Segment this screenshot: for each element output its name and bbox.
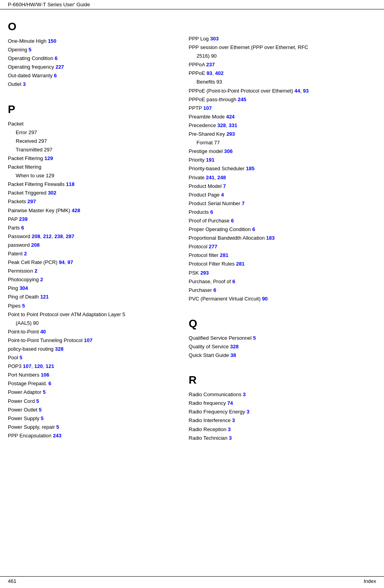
list-item: Parts 6 <box>8 224 177 232</box>
list-item: Qualified Service Personnel 5 <box>189 334 376 342</box>
list-item: Photocopying 2 <box>8 275 177 284</box>
list-item: Pre-Shared Key 293 <box>189 130 376 138</box>
list-item: Protocol 277 <box>189 242 376 251</box>
list-item: Packet Filtering Firewalls 118 <box>8 180 177 189</box>
list-item: Password 208, 212, 238, 287 <box>8 232 177 241</box>
list-item: Benefits 93 <box>189 78 376 86</box>
list-item: Format 77 <box>189 138 376 147</box>
list-item: Proportional Bandwidth Allocation 183 <box>189 234 376 242</box>
list-item: Protocol Filter Rules 281 <box>189 260 376 268</box>
content-area: O One-Minute High 150 Opening 5 Operatin… <box>0 9 384 458</box>
list-item: Power Cord 5 <box>8 397 177 406</box>
list-item: Packets 297 <box>8 197 177 206</box>
list-item: PAP 239 <box>8 215 177 224</box>
list-item: Opening 5 <box>8 46 177 54</box>
footer-page: 461 <box>8 578 16 584</box>
list-item: PPP Encapsulation 243 <box>8 431 177 440</box>
list-item: Point to Point Protocol over ATM Adaptat… <box>8 310 177 319</box>
list-item: PPPoE pass-through 245 <box>189 95 376 104</box>
list-item: Operating Condition 6 <box>8 54 177 63</box>
page-footer: 461 Index <box>0 576 384 584</box>
list-item: PPP session over Ethernet (PPP over Ethe… <box>189 43 376 52</box>
list-item: Radio frequency 74 <box>189 399 376 408</box>
list-item: PVC (Permanent Virtual Circuit) 90 <box>189 295 376 303</box>
list-item: policy-based routing 328 <box>8 345 177 353</box>
list-item: Product Model 7 <box>189 182 376 191</box>
list-item: Pipes 5 <box>8 302 177 310</box>
section-r-letter: R <box>189 374 376 386</box>
list-item: PPPoE (Point-to-Point Protocol over Ethe… <box>189 87 376 95</box>
list-item: Radio Reception 3 <box>189 425 376 434</box>
list-item: Purchaser 6 <box>189 286 376 295</box>
list-item: Permission 2 <box>8 267 177 275</box>
header-title: P-660H/HW/W-T Series User' Guide <box>8 2 90 7</box>
list-item: Protocol filter 281 <box>189 251 376 260</box>
list-item: POP3 107, 120, 121 <box>8 362 177 371</box>
list-item: Transmitted 297 <box>8 146 177 154</box>
list-item: Postage Prepaid. 6 <box>8 379 177 388</box>
section-p-letter: P <box>8 103 177 116</box>
list-item: 2516) 90 <box>189 52 376 60</box>
list-item: Radio Communications 3 <box>189 390 376 399</box>
list-item: Proof of Purchase 6 <box>189 217 376 225</box>
list-item: PPPoE 93, 402 <box>189 69 376 78</box>
list-item: PSK 293 <box>189 269 376 277</box>
list-item: Ping 304 <box>8 284 177 293</box>
list-item: password 208 <box>8 241 177 249</box>
list-item: Pairwise Master Key (PMK) 428 <box>8 206 177 215</box>
section-q-letter: Q <box>189 317 376 330</box>
list-item: Quick Start Guide 38 <box>189 351 376 360</box>
list-item: Power Supply, repair 5 <box>8 423 177 431</box>
list-item: Product Page 4 <box>189 191 376 199</box>
list-item: Purchase, Proof of 6 <box>189 277 376 286</box>
list-item: Proper Operating Condition 6 <box>189 225 376 234</box>
list-item: Point-to-Point 40 <box>8 328 177 336</box>
list-item: Out-dated Warranty 6 <box>8 71 177 80</box>
list-item: Pool 5 <box>8 353 177 362</box>
list-item: Outlet 3 <box>8 80 177 89</box>
list-item: Preamble Mode 424 <box>189 113 376 121</box>
list-item: Power Outlet 5 <box>8 406 177 414</box>
list-item: Quality of Service 328 <box>189 342 376 351</box>
list-item: Ping of Death 121 <box>8 293 177 301</box>
list-item: Operating frequency 227 <box>8 63 177 71</box>
right-column: PPP Log 303 PPP session over Ethernet (P… <box>185 13 376 442</box>
list-item: Point-to-Point Tunneling Protocol 107 <box>8 336 177 345</box>
list-item: Radio Interference 3 <box>189 416 376 425</box>
list-item: Precedence 328, 331 <box>189 121 376 130</box>
list-item: Products 6 <box>189 208 376 217</box>
list-item: Priority-based Scheduler 185 <box>189 164 376 173</box>
list-item: When to use 129 <box>8 171 177 180</box>
list-item: Packet Filtering 129 <box>8 154 177 163</box>
list-item: (AAL5) 90 <box>8 319 177 328</box>
list-item: Radio Frequency Energy 3 <box>189 408 376 416</box>
list-item: Radio Technician 3 <box>189 434 376 442</box>
list-item: Power Supply 5 <box>8 414 177 423</box>
list-item: Peak Cell Rate (PCR) 94, 97 <box>8 258 177 267</box>
list-item: Power Adaptor 5 <box>8 388 177 397</box>
list-item: Product Serial Number 7 <box>189 199 376 208</box>
list-item: PPTP 107 <box>189 104 376 113</box>
list-item: Packet filtering <box>8 163 177 171</box>
list-item: PPP Log 303 <box>189 35 376 43</box>
footer-section: Index <box>364 578 376 584</box>
left-column: O One-Minute High 150 Opening 5 Operatin… <box>8 13 185 442</box>
list-item: Patent 2 <box>8 249 177 258</box>
list-item: Port Numbers 106 <box>8 371 177 379</box>
list-item: Received 297 <box>8 137 177 146</box>
section-o-letter: O <box>8 20 177 33</box>
page-header: P-660H/HW/W-T Series User' Guide <box>0 0 384 9</box>
list-item: One-Minute High 150 <box>8 37 177 46</box>
list-item: PPPoA 237 <box>189 60 376 69</box>
list-item: Packet Triggered 302 <box>8 189 177 197</box>
list-item: Priority 191 <box>189 156 376 164</box>
list-item: Packet <box>8 120 177 128</box>
list-item: Prestige model 306 <box>189 147 376 156</box>
list-item: Private 241, 248 <box>189 173 376 182</box>
list-item: Error 297 <box>8 128 177 137</box>
